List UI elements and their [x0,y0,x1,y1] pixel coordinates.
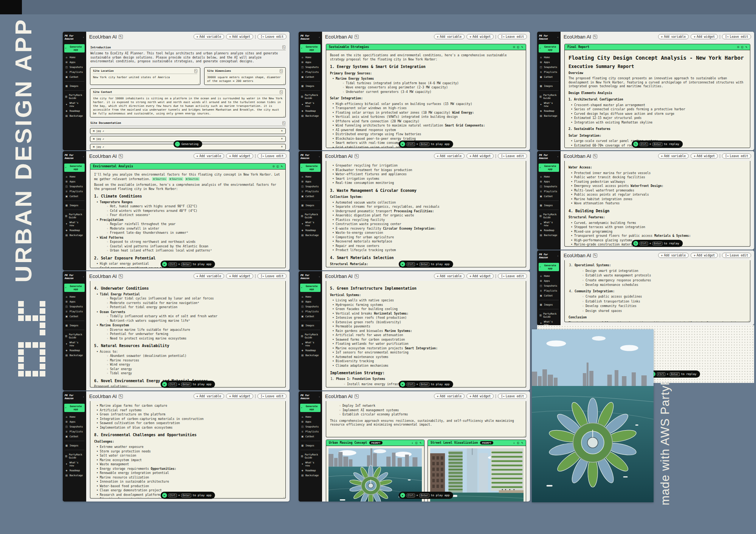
replay-pill[interactable]: ↻Ctrl+Enterto replay [632,240,683,247]
sidebar-item-home[interactable]: ⌂Home [63,414,86,419]
sidebar-item-snapshots[interactable]: ◫Snapshots [299,424,322,429]
sidebar-item-images[interactable]: ▦Images [299,443,322,448]
sidebar-item-partyrock-guide[interactable]: ▥PartyRock Guide [299,452,322,460]
partyrock-logo[interactable]: PR for Amazon [301,34,319,40]
sidebar-item-snapshots[interactable]: ◫Snapshots [63,65,86,69]
sidebar-item-catbot[interactable]: ▣Catbot [63,74,86,79]
add-variable-button[interactable]: +Add variable [194,273,225,279]
sidebar-item-roadmap[interactable]: ◈Roadmap [299,228,322,233]
sidebar-item-catbot[interactable]: ▣Catbot [299,314,322,319]
sidebar-item-backstage[interactable]: ▤Backstage [299,353,322,358]
sidebar-item-backstage[interactable]: ▤Backstage [299,473,322,478]
add-widget-button[interactable]: +Add widget [691,253,718,258]
sidebar-item-backstage[interactable]: ▤Backstage [299,113,322,118]
sidebar-item-what-s-new[interactable]: ✦What's new [63,100,86,108]
sidebar-item-backstage[interactable]: ▤Backstage [63,353,86,358]
sidebar-item-snapshots[interactable]: ◫Snapshots [537,65,561,69]
play-app-pill[interactable]: ▸Ctrl+Enterto play app [399,381,453,388]
sidebar-item-images[interactable]: ▦Images [537,302,561,307]
sidebar-item-images[interactable]: ▦Images [63,203,86,208]
collapse-sidebar-icon[interactable]: ‹ [83,36,84,39]
partyrock-logo[interactable]: PR for Amazon [65,34,83,40]
sidebar-item-snapshots[interactable]: ◫Snapshots [537,283,561,288]
sidebar-item-home[interactable]: ⌂Home [299,174,322,179]
sidebar-item-home[interactable]: ⌂Home [537,55,561,60]
expand-icon[interactable]: ◱ [277,165,279,168]
generating-pill[interactable]: ◠Generating [174,140,202,148]
remove-file-icon[interactable]: × [281,129,283,133]
edit-title-icon[interactable]: ✎ [355,154,359,158]
sidebar-item-what-s-new[interactable]: ✦What's new [299,100,322,108]
sidebar-item-snapshots[interactable]: ◫Snapshots [537,184,561,189]
sidebar-item-roadmap[interactable]: ◈Roadmap [299,348,322,353]
sidebar-item-catbot[interactable]: ▣Catbot [63,194,86,199]
partyrock-logo[interactable]: PR for Amazon [539,34,557,40]
sidebar-item-playlists[interactable]: ≡Playlists [537,69,561,74]
sidebar-item-home[interactable]: ⌂Home [537,174,561,179]
sidebar-item-partyrock-guide[interactable]: ▥PartyRock Guide [63,212,86,220]
sidebar-item-apps[interactable]: ⊞Apps [299,179,322,184]
add-variable-button[interactable]: +Add variable [194,153,225,159]
sidebar-item-playlists[interactable]: ≡Playlists [63,69,86,74]
edit-icon[interactable]: ✎ [281,165,283,168]
sidebar-item-catbot[interactable]: ▣Catbot [299,194,322,199]
sidebar-item-images[interactable]: ▦Images [537,83,561,88]
replay-pill[interactable]: ↻Ctrl+Enterto replay [632,140,683,148]
download-icon[interactable]: ↓ [412,441,414,444]
expand-icon[interactable]: ◱ [517,45,519,49]
sidebar-item-home[interactable]: ⌂Home [299,414,322,419]
generate-app-button[interactable]: ⚡Generate app [64,284,85,292]
collapse-sidebar-icon[interactable]: ‹ [319,395,320,398]
sidebar-item-playlists[interactable]: ≡Playlists [299,429,322,434]
sidebar-item-roadmap[interactable]: ◈Roadmap [537,228,561,233]
edit-icon[interactable]: ✎ [521,45,523,49]
sidebar-item-home[interactable]: ⌂Home [63,55,86,60]
partyrock-logo[interactable]: PR for Amazon [539,154,557,160]
sidebar-item-apps[interactable]: ⊞Apps [299,419,322,424]
add-variable-button[interactable]: +Add variable [194,394,225,399]
sidebar-item-playlists[interactable]: ≡Playlists [63,309,86,314]
edit-section-icon[interactable]: ✎ [282,121,285,125]
leave-edit-button[interactable]: [→Leave edit [722,34,751,39]
generate-app-button[interactable]: ⚡Generate app [64,404,85,412]
sidebar-item-partyrock-guide[interactable]: ▥PartyRock Guide [63,452,86,460]
edit-icon[interactable]: ✎ [745,45,747,49]
sidebar-item-what-s-new[interactable]: ✦What's new [63,340,86,348]
sidebar-item-snapshots[interactable]: ◫Snapshots [299,304,322,309]
partyrock-logo[interactable]: PR for Amazon [539,253,557,259]
edit-section-icon[interactable]: ✎ [282,45,285,49]
sidebar-item-apps[interactable]: ⊞Apps [299,60,322,65]
sources-chip[interactable]: ⊞Sources [152,177,167,181]
sidebar-item-catbot[interactable]: ▣Catbot [299,434,322,439]
play-app-pill[interactable]: ▸Ctrl+Enterto play app [161,381,215,388]
generate-app-button[interactable]: ⚡Generate app [64,164,85,172]
field-site-dimensions[interactable]: Site Dimensions✎30000 square meters octa… [204,67,286,85]
download-icon[interactable]: ↓ [513,441,515,444]
add-variable-button[interactable]: +Add variable [658,153,689,159]
sidebar-item-playlists[interactable]: ≡Playlists [537,189,561,194]
play-app-pill[interactable]: ▸Ctrl+Enterto play app [161,261,215,268]
edit-icon[interactable]: ✎ [521,441,523,444]
leave-edit-button[interactable]: [→Leave edit [257,153,287,159]
remove-file-icon[interactable]: × [281,145,283,148]
sources-chip[interactable]: ⊞Sources [169,177,183,181]
sidebar-item-apps[interactable]: ⊞Apps [537,179,561,184]
replay-pill[interactable]: ↻Ctrl+Enterto replay [649,370,700,378]
sidebar-item-images[interactable]: ▦Images [63,83,86,88]
sidebar-item-what-s-new[interactable]: ✦What's new [537,220,561,228]
sidebar-item-home[interactable]: ⌂Home [299,55,322,60]
collapse-sidebar-icon[interactable]: ‹ [83,275,84,278]
sidebar-item-partyrock-guide[interactable]: ▥PartyRock Guide [63,332,86,340]
open-file-icon[interactable]: ↗ [102,130,104,133]
sidebar-item-home[interactable]: ⌂Home [63,294,86,299]
leave-edit-button[interactable]: [→Leave edit [498,273,527,279]
sidebar-item-partyrock-guide[interactable]: ▥PartyRock Guide [63,93,86,100]
partyrock-logo[interactable]: PR for Amazon [301,274,319,280]
sidebar-item-what-s-new[interactable]: ✦What's new [537,100,561,108]
leave-edit-button[interactable]: [→Leave edit [498,153,527,159]
sidebar-item-backstage[interactable]: ▤Backstage [537,233,561,238]
generate-app-button[interactable]: ⚡Generate app [300,284,321,292]
leave-edit-button[interactable]: [→Leave edit [498,394,527,399]
field-site-location[interactable]: Site Location✎New York city harbor unite… [90,67,200,85]
sidebar-item-backstage[interactable]: ▤Backstage [299,233,322,238]
